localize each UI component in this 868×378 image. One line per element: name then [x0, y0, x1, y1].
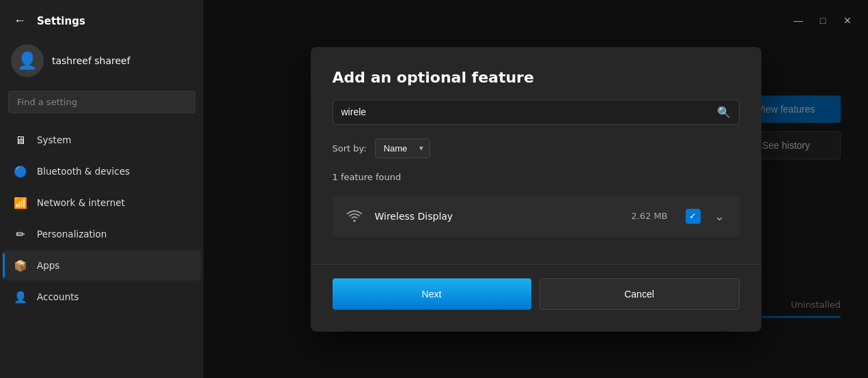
sidebar-item-network[interactable]: 📶 Network & internet	[3, 188, 201, 218]
sort-select[interactable]: Name Size	[375, 139, 430, 158]
sidebar-item-label: Bluetooth & devices	[37, 166, 130, 177]
sidebar-item-apps[interactable]: 📦 Apps	[3, 250, 201, 280]
feature-item-size: 2.62 MB	[631, 211, 667, 221]
cancel-button[interactable]: Cancel	[540, 278, 740, 310]
sidebar-item-label: System	[37, 134, 71, 145]
sort-select-wrap[interactable]: Name Size	[375, 139, 430, 158]
personalization-icon: ✏	[14, 227, 27, 241]
system-icon: 🖥	[14, 133, 27, 147]
accounts-icon: 👤	[14, 290, 27, 304]
avatar: 👤	[11, 44, 44, 77]
dialog-title: Add an optional feature	[333, 69, 740, 86]
search-icon: 🔍	[717, 106, 731, 119]
minimize-button[interactable]: —	[789, 11, 808, 30]
sort-row: Sort by: Name Size	[333, 139, 740, 158]
next-button[interactable]: Next	[333, 278, 531, 310]
feature-item-name: Wireless Display	[375, 211, 622, 222]
maximize-button[interactable]: □	[813, 11, 832, 30]
sidebar-header: ← Settings	[0, 0, 204, 36]
sidebar-item-label: Network & internet	[37, 197, 125, 208]
sidebar-item-label: Personalization	[37, 229, 107, 239]
dialog-search-input[interactable]	[341, 106, 712, 117]
sidebar-item-label: Accounts	[37, 291, 79, 302]
feature-list: Wireless Display 2.62 MB ⌄	[333, 196, 740, 250]
sidebar-item-bluetooth[interactable]: 🔵 Bluetooth & devices	[3, 156, 201, 186]
feature-count: 1 feature found	[333, 172, 740, 182]
wireless-display-icon	[344, 205, 365, 227]
dialog-divider	[311, 264, 761, 265]
sidebar-item-accounts[interactable]: 👤 Accounts	[3, 282, 201, 312]
dialog-search-box[interactable]: 🔍	[333, 100, 740, 125]
username: tashreef shareef	[52, 55, 130, 66]
apps-icon: 📦	[14, 259, 27, 272]
sidebar-search-box[interactable]: Find a setting	[8, 91, 195, 113]
sidebar-nav: 🖥 System 🔵 Bluetooth & devices 📶 Network…	[0, 124, 204, 378]
svg-point-0	[353, 219, 355, 221]
sidebar-search-placeholder: Find a setting	[17, 97, 77, 107]
avatar-icon: 👤	[17, 51, 38, 70]
dialog-actions: Next Cancel	[333, 278, 740, 310]
sidebar-item-system[interactable]: 🖥 System	[3, 125, 201, 155]
list-item[interactable]: Wireless Display 2.62 MB ⌄	[333, 196, 740, 237]
close-button[interactable]: ✕	[838, 11, 857, 30]
user-section: 👤 tashreef shareef	[0, 36, 204, 85]
sidebar-item-label: Apps	[37, 260, 59, 271]
network-icon: 📶	[14, 196, 27, 209]
add-optional-feature-dialog: Add an optional feature 🔍 Sort by: Name …	[311, 47, 761, 332]
feature-expand-button[interactable]: ⌄	[710, 207, 729, 225]
window-controls: — □ ✕	[789, 11, 857, 30]
sidebar-title: Settings	[37, 15, 85, 27]
sidebar: ← Settings 👤 tashreef shareef Find a set…	[0, 0, 204, 378]
back-button[interactable]: ←	[11, 11, 29, 31]
bluetooth-icon: 🔵	[14, 164, 27, 178]
feature-checkbox[interactable]	[686, 209, 701, 224]
sidebar-item-personalization[interactable]: ✏ Personalization	[3, 219, 201, 249]
sort-label: Sort by:	[333, 143, 367, 154]
main-content: View features See history Uninstalled Ad…	[204, 0, 868, 378]
wireless-icon-svg	[346, 207, 363, 225]
dialog-overlay: Add an optional feature 🔍 Sort by: Name …	[204, 0, 868, 378]
